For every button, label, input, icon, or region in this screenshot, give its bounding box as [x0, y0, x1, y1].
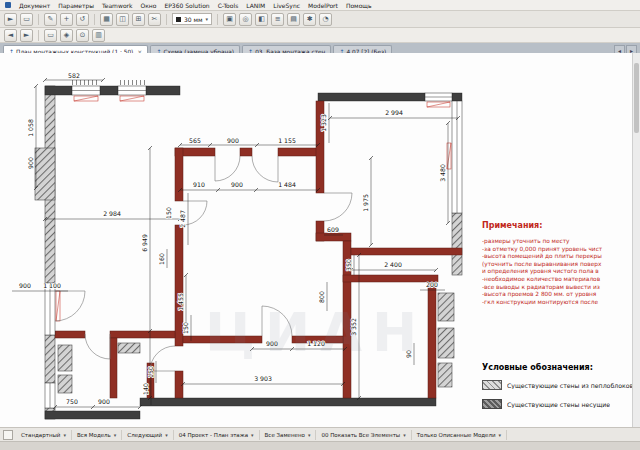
- section-icon[interactable]: ◧: [255, 13, 268, 26]
- star-icon[interactable]: ✱: [303, 13, 316, 26]
- menu-item-modelport[interactable]: ModelPort: [308, 2, 338, 9]
- legend-label: Существующие стены из пеплоблоков: [507, 382, 632, 389]
- menu-item-document[interactable]: Документ: [19, 2, 50, 9]
- note-line: (уточнить после выравнивания поверх: [482, 261, 632, 269]
- dimension-ticks: [34, 78, 460, 409]
- new-walls[interactable]: [55, 101, 462, 398]
- list-icon[interactable]: ≡: [271, 13, 284, 26]
- archicad-window: Документ Параметры Teamwork Окно EP360 S…: [0, 0, 640, 450]
- arrow-tool-icon[interactable]: ►: [4, 13, 17, 26]
- quick-options-icon[interactable]: [3, 430, 13, 440]
- legend-item: Существующие стены несущие: [482, 399, 632, 409]
- vertical-scrollbar[interactable]: [632, 53, 640, 427]
- chevron-down-icon: ▾: [165, 432, 168, 438]
- chip-label: 00 Показать Все Элементы: [321, 432, 400, 438]
- add-icon[interactable]: +: [60, 13, 73, 26]
- svg-text:800: 800: [318, 291, 325, 303]
- svg-text:1 975: 1 975: [362, 194, 369, 212]
- note-line: и определения уровня чистого пола в: [482, 268, 632, 276]
- svg-text:150: 150: [182, 322, 189, 334]
- legend-title: Условные обозначения:: [482, 363, 632, 372]
- chip-label: Стандартный: [21, 432, 60, 438]
- svg-text:150: 150: [147, 366, 154, 378]
- chevron-down-icon: ▾: [403, 432, 406, 438]
- notes-title: Примечания:: [482, 221, 632, 230]
- notes-block: Примечания: -размеры уточнить по месту -…: [482, 221, 632, 306]
- svg-text:6 949: 6 949: [141, 234, 148, 252]
- svg-text:2 487: 2 487: [179, 210, 186, 228]
- toolbar-separator: [94, 14, 95, 25]
- svg-text:900: 900: [231, 181, 243, 188]
- hatch-icon[interactable]: ▤: [287, 13, 300, 26]
- marquee-tool-icon[interactable]: ▭: [20, 13, 33, 26]
- diamond-icon[interactable]: ◈: [60, 29, 73, 42]
- layer-combination-select[interactable]: Стандартный ▾: [16, 430, 72, 440]
- legend-block: Условные обозначения: Существующие стены…: [482, 363, 632, 418]
- forward-icon[interactable]: ►: [20, 29, 33, 42]
- fill-tool-icon[interactable]: ▣: [223, 13, 236, 26]
- chevron-down-icon: ▾: [251, 432, 254, 438]
- note-line: -необходимое количество материалов: [482, 276, 632, 284]
- svg-text:1 155: 1 155: [278, 137, 296, 144]
- svg-text:900: 900: [98, 398, 110, 405]
- menu-item-window[interactable]: Окно: [141, 2, 157, 9]
- layers-icon[interactable]: ◫: [116, 13, 129, 26]
- pen-color-swatch: [176, 17, 181, 22]
- menu-item-ctools[interactable]: C-Tools: [218, 2, 239, 9]
- origin-icon[interactable]: ⊙: [76, 29, 89, 42]
- pen-tool-icon[interactable]: ✎: [44, 13, 57, 26]
- model-filter-select[interactable]: Вся Модель ▾: [72, 430, 122, 440]
- dimension-labels[interactable]: 582 1 058 900 565 900 1 155 1 323 2 994 …: [19, 72, 446, 405]
- svg-text:2 994: 2 994: [385, 109, 403, 116]
- svg-text:90: 90: [405, 350, 412, 358]
- chevron-down-icon: ▾: [499, 432, 502, 438]
- svg-text:2 984: 2 984: [103, 210, 121, 217]
- menu-item-livesync[interactable]: LiveSync: [273, 2, 300, 9]
- svg-text:609: 609: [327, 226, 339, 233]
- svg-text:900: 900: [19, 282, 31, 289]
- menu-item-options[interactable]: Параметры: [58, 2, 94, 9]
- undo-icon[interactable]: ↺: [76, 13, 89, 26]
- view-select[interactable]: 04 Проект - План этажа ▾: [174, 430, 260, 440]
- note-line: -все выводы к радиаторам вывести из: [482, 284, 632, 292]
- svg-text:3 352: 3 352: [350, 318, 357, 336]
- scrollbar-thumb[interactable]: [634, 63, 639, 133]
- chip-label: Вся Модель: [77, 432, 111, 438]
- svg-text:1 058: 1 058: [27, 119, 34, 137]
- svg-text:160: 160: [158, 253, 165, 265]
- svg-text:1 100: 1 100: [43, 282, 61, 289]
- snap-grid-icon[interactable]: ⊞: [132, 13, 145, 26]
- dimension-lines[interactable]: [12, 80, 458, 407]
- hatch2-icon[interactable]: ▥: [92, 29, 105, 42]
- target-icon[interactable]: ◎: [239, 13, 252, 26]
- svg-text:350: 350: [345, 259, 352, 271]
- svg-text:150: 150: [165, 207, 172, 219]
- override-select[interactable]: Все Заменено ▾: [260, 430, 317, 440]
- menu-item-teamwork[interactable]: Teamwork: [102, 2, 132, 9]
- frame-icon[interactable]: ▭: [44, 29, 57, 42]
- menu-item-ep360[interactable]: EP360 Solution: [164, 2, 209, 9]
- grid-icon[interactable]: ▦: [100, 13, 113, 26]
- svg-text:900: 900: [27, 157, 34, 169]
- svg-text:582: 582: [68, 72, 80, 79]
- legend-label: Существующие стены несущие: [507, 401, 610, 408]
- radiators[interactable]: [56, 96, 451, 321]
- described-models-select[interactable]: Только Описанные Модели ▾: [412, 430, 507, 440]
- menu-item-lanim[interactable]: LANIM: [246, 2, 265, 9]
- show-elements-select[interactable]: 00 Показать Все Элементы ▾: [316, 430, 411, 440]
- pie-icon[interactable]: ◔: [319, 13, 332, 26]
- legend-swatch-existing-walls: [482, 380, 502, 390]
- drawing-area[interactable]: 582 1 058 900 565 900 1 155 1 323 2 994 …: [0, 53, 633, 427]
- svg-text:1 120: 1 120: [307, 340, 325, 347]
- note-line: -за отметку 0,000 принят уровень чист: [482, 246, 632, 254]
- menu-item-help[interactable]: Помощь: [346, 2, 372, 9]
- menu-bar: Документ Параметры Teamwork Окно EP360 S…: [0, 0, 640, 11]
- note-line: -размеры уточнить по месту: [482, 238, 632, 246]
- chevron-down-icon[interactable]: ▾: [206, 16, 209, 22]
- back-icon[interactable]: ◄: [4, 29, 17, 42]
- cut-icon[interactable]: ✂: [148, 13, 161, 26]
- toolbar-separator: [217, 14, 218, 25]
- svg-text:1 455: 1 455: [177, 293, 184, 311]
- renovation-filter-select[interactable]: Следующий ▾: [122, 430, 173, 440]
- offset-value-field[interactable]: 30 мм ▾: [172, 13, 212, 25]
